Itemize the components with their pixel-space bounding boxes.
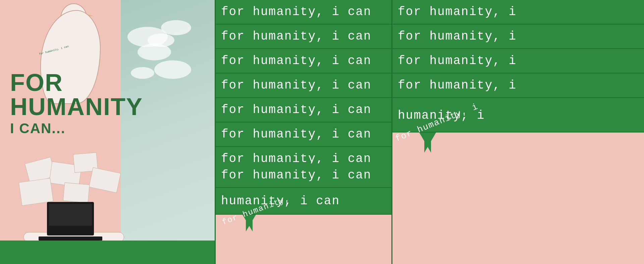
green-bottom-bar — [0, 241, 215, 264]
laptop-illustration — [47, 202, 94, 235]
middle-row-5: for humanity, i can — [216, 98, 391, 122]
right-panel: for humanity, i for humanity, i for huma… — [391, 0, 644, 264]
cloud-3 — [138, 44, 171, 60]
right-row-3: for humanity, i — [392, 49, 644, 73]
poster-humanity: HUMANITY — [10, 95, 143, 119]
poster-for: FOR — [10, 70, 143, 95]
cloud-6 — [154, 60, 191, 79]
poster-i-can: I CAN... — [10, 120, 143, 137]
paper-4 — [89, 167, 121, 193]
middle-green-panel: for humanity, i can for humanity, i can … — [215, 0, 391, 264]
paper-6 — [63, 182, 90, 203]
left-poster-panel: for humanity, i can FOR HUMANITY I CAN..… — [0, 0, 215, 264]
middle-row-3: for humanity, i can — [216, 49, 391, 73]
right-row-1: for humanity, i — [392, 0, 644, 24]
right-green-block: for humanity, i for humanity, i for huma… — [392, 0, 644, 111]
paper-5 — [19, 178, 54, 206]
right-tail-right — [424, 133, 436, 153]
middle-row-8: for humanity, i can — [216, 163, 391, 188]
right-row-2: for humanity, i — [392, 24, 644, 49]
laptop-screen — [49, 204, 92, 226]
right-row-4: for humanity, i — [392, 73, 644, 98]
middle-bubble-area: for humanity, i can humanity, i can for … — [216, 163, 391, 264]
middle-text-rows: for humanity, i can for humanity, i can … — [216, 0, 391, 171]
middle-row-2: for humanity, i can — [216, 24, 391, 49]
poster-main-text: FOR HUMANITY I CAN... — [10, 70, 143, 137]
laptop-base — [39, 236, 102, 241]
cloud-4 — [161, 20, 191, 35]
bubble-pink-area: humanity, i can for humanity, — [216, 188, 391, 264]
middle-row-4: for humanity, i can — [216, 73, 391, 98]
middle-row-1: for humanity, i can — [216, 0, 391, 24]
middle-row-6: for humanity, i can — [216, 122, 391, 147]
